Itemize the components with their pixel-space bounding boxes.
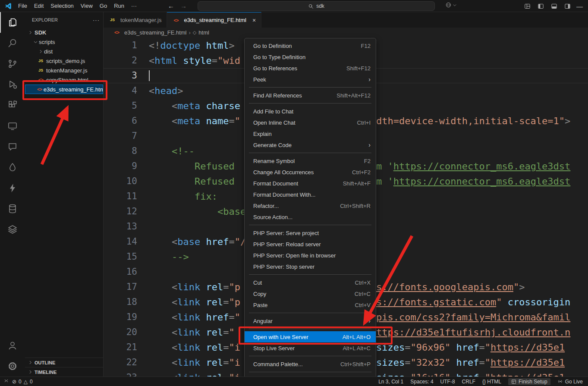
- activity-extensions[interactable]: [0, 95, 25, 116]
- menu-[interactable]: ···: [128, 1, 140, 10]
- status-language-mode[interactable]: {} HTML: [482, 379, 501, 385]
- breadcrumb[interactable]: <> e3ds_streaming_FE.html › ◇ html: [104, 28, 588, 37]
- file-label: scripts: [39, 39, 55, 45]
- code-text: <link rel="p: [149, 279, 240, 295]
- context-menu-item-paste[interactable]: PasteCtrl+V: [245, 299, 376, 311]
- status-encoding[interactable]: UTF-8: [440, 379, 455, 385]
- activity-thunder[interactable]: [0, 178, 25, 198]
- context-menu-item-format-document[interactable]: Format DocumentShift+Alt+F: [245, 178, 376, 189]
- context-menu-item-explain[interactable]: Explain: [245, 128, 376, 139]
- activity-explorer[interactable]: [0, 12, 25, 33]
- project-section-header[interactable]: SDK: [25, 28, 103, 37]
- problems-indicator[interactable]: ⊘ 0 △ 0: [12, 379, 33, 385]
- context-menu-item-command-palette[interactable]: Command Palette...Ctrl+Shift+P: [245, 358, 376, 370]
- explorer-item-tokenmanager-js[interactable]: JStokenManager.js: [25, 66, 103, 75]
- outline-section[interactable]: OUTLINE: [25, 358, 103, 367]
- close-icon[interactable]: ×: [252, 17, 256, 24]
- status-indentation[interactable]: Spaces: 4: [410, 379, 433, 385]
- timeline-section[interactable]: TIMELINE: [25, 367, 103, 377]
- menu-file[interactable]: File: [15, 1, 31, 10]
- tab-e3ds-streaming-fe-html[interactable]: <>e3ds_streaming_FE.html×: [167, 12, 261, 28]
- status-eol[interactable]: CRLF: [462, 379, 475, 385]
- context-menu-item-peek[interactable]: Peek›: [245, 74, 376, 85]
- status-cursor-position[interactable]: Ln 3, Col 1: [378, 379, 403, 385]
- status-go-live[interactable]: Go Live: [557, 379, 583, 385]
- menu-edit[interactable]: Edit: [31, 1, 47, 10]
- activity-chat[interactable]: [0, 136, 25, 157]
- breadcrumb-symbol[interactable]: html: [198, 29, 209, 36]
- submenu-chevron-icon: ›: [368, 141, 371, 148]
- toggle-secondary-sidebar-icon[interactable]: [564, 3, 571, 9]
- remote-indicator-icon[interactable]: [3, 379, 9, 384]
- js-file-icon: JS: [109, 18, 116, 22]
- command-center-search[interactable]: sdk: [198, 1, 435, 11]
- code-text: <head>: [149, 83, 183, 98]
- menu-view[interactable]: View: [77, 1, 96, 10]
- context-menu-item-php-server-stop-server[interactable]: PHP Server: Stop server: [245, 261, 376, 272]
- context-menu-item-add-file-to-chat[interactable]: Add File to Chat: [245, 106, 376, 117]
- activity-droplet[interactable]: [0, 157, 25, 178]
- activity-account[interactable]: [0, 335, 25, 356]
- context-menu-item-change-all-occurrences[interactable]: Change All OccurrencesCtrl+F2: [245, 166, 376, 178]
- customize-layout-icon[interactable]: [524, 3, 531, 9]
- explorer-actions-icon[interactable]: ···: [93, 17, 100, 23]
- activity-remote-window[interactable]: [0, 116, 25, 136]
- menu-selection[interactable]: Selection: [47, 1, 77, 10]
- context-menu-item-source-action[interactable]: Source Action...: [245, 211, 376, 223]
- context-menu-item-cut[interactable]: CutCtrl+X: [245, 277, 376, 288]
- menu-item-shortcut: Ctrl+Shift+R: [340, 203, 371, 209]
- menu-item-label: Explain: [253, 131, 272, 137]
- explorer-item-scripts-demo-js[interactable]: JSscripts_demo.js: [25, 56, 103, 66]
- menu-item-label: Source Action...: [253, 214, 292, 220]
- context-menu-item-go-to-references[interactable]: Go to ReferencesShift+F12: [245, 63, 376, 74]
- context-menu-item-open-with-live-server[interactable]: Open with Live ServerAlt+L Alt+O: [245, 331, 376, 342]
- tab-label: e3ds_streaming_FE.html: [184, 17, 246, 23]
- explorer-item-e3ds-streaming-fe-html[interactable]: <>e3ds_streaming_FE.html: [25, 85, 103, 94]
- menu-item-shortcut: Ctrl+V: [355, 302, 371, 308]
- activity-settings[interactable]: [0, 356, 25, 377]
- toggle-sidebar-icon[interactable]: [538, 3, 544, 9]
- back-arrow-icon[interactable]: ←: [168, 2, 174, 9]
- menu-item-label: Go to Type Definition: [253, 54, 305, 60]
- context-menu-item-copy[interactable]: CopyCtrl+C: [245, 288, 376, 299]
- status-finish-setup[interactable]: Finish Setup: [508, 378, 550, 385]
- activity-search-side[interactable]: [0, 33, 25, 53]
- context-menu-item-stop-live-server[interactable]: Stop Live ServerAlt+L Alt+C: [245, 342, 376, 354]
- context-menu-item-angular[interactable]: Angular›: [245, 315, 376, 326]
- context-menu-item-php-server-serve-project[interactable]: PHP Server: Serve project: [245, 227, 376, 239]
- menu-run[interactable]: Run: [110, 1, 128, 10]
- context-menu-item-php-server-open-file-in-browser[interactable]: PHP Server: Open file in browser: [245, 250, 376, 261]
- context-menu-item-go-to-definition[interactable]: Go to DefinitionF12: [245, 40, 376, 51]
- status-bar: ⊘ 0 △ 0 Ln 3, Col 1Spaces: 4UTF-8CRLF{} …: [0, 377, 588, 386]
- code-text: <meta name=": [149, 113, 240, 129]
- tab-tokenmanager-js[interactable]: JStokenManager.js: [104, 12, 167, 28]
- explorer-item-copystream-html[interactable]: <>copyStream.html: [25, 75, 103, 85]
- minimize-button[interactable]: —: [576, 0, 583, 12]
- menu-separator: [249, 372, 371, 372]
- menu-go[interactable]: Go: [96, 1, 110, 10]
- explorer-item-scripts[interactable]: scripts: [25, 37, 103, 47]
- activity-source-control[interactable]: [0, 53, 25, 74]
- context-menu-item-go-to-type-definition[interactable]: Go to Type Definition: [245, 51, 376, 63]
- run-debug-icon: [7, 79, 18, 90]
- context-menu-item-refactor[interactable]: Refactor...Ctrl+Shift+R: [245, 200, 376, 211]
- breadcrumb-file[interactable]: e3ds_streaming_FE.html: [124, 29, 187, 36]
- activity-layers[interactable]: [0, 219, 25, 240]
- explorer-item-dist[interactable]: dist: [25, 47, 103, 56]
- context-menu-item-generate-code[interactable]: Generate Code›: [245, 139, 376, 151]
- activity-database[interactable]: [0, 198, 25, 219]
- status-label: Ln 3, Col 1: [378, 379, 403, 385]
- context-menu-item-find-all-references[interactable]: Find All ReferencesShift+Alt+F12: [245, 90, 376, 101]
- context-menu-item-open-inline-chat[interactable]: Open Inline ChatCtrl+I: [245, 117, 376, 128]
- context-menu-item-rename-symbol[interactable]: Rename SymbolF2: [245, 155, 376, 166]
- code-text-right: pis.com/css2?family=Michroma&famil: [376, 310, 570, 325]
- chat-icon: [7, 141, 18, 152]
- context-menu-item-php-server-reload-server[interactable]: PHP Server: Reload server: [245, 239, 376, 250]
- activity-run-debug[interactable]: [0, 74, 25, 95]
- forward-arrow-icon[interactable]: →: [180, 2, 187, 9]
- context-menu-item-format-document-with[interactable]: Format Document With...: [245, 189, 376, 200]
- copilot-button[interactable]: [445, 2, 457, 8]
- toggle-panel-icon[interactable]: [551, 3, 557, 9]
- menu-item-label: PHP Server: Stop server: [253, 264, 314, 270]
- menu-item-label: Generate Code: [253, 142, 292, 148]
